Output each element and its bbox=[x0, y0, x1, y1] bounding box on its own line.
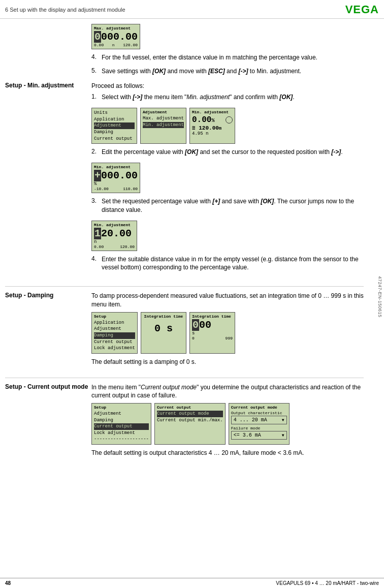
dist-cursor: 1 bbox=[94, 228, 101, 239]
damping-content: To damp process-dependent measured value… bbox=[91, 292, 364, 369]
min-adj-pct: 0.00% bbox=[192, 115, 221, 125]
menu-damping: Damping bbox=[94, 129, 135, 136]
separator-2 bbox=[5, 378, 364, 378]
min-adj-dist-screen: Min. adjustment 120.00 n 0.00 120.00 bbox=[91, 221, 137, 251]
current-mode-screen: Current output mode Output characteristi… bbox=[229, 403, 290, 445]
int-cursor: 0 bbox=[192, 319, 199, 331]
page-content: Max. adjustment 0000.00 0.00 n 120.00 4.… bbox=[0, 19, 384, 479]
edit-number: 000.00 bbox=[101, 170, 138, 181]
min-adj-content: Proceed as follows: 1. Select with [->] … bbox=[91, 82, 364, 278]
c-output-dropdown[interactable]: 4 ... 20 mA ▼ bbox=[231, 416, 287, 424]
max-adj-lcd: Max. adjustment 0000.00 0.00 n 120.00 bbox=[91, 24, 140, 49]
step1-text: Select with [->] the menu item "Min. adj… bbox=[102, 93, 295, 102]
min-adj-values: 0.00% ≅ 120.00m 4.95 n bbox=[192, 115, 233, 136]
d-application: Application bbox=[94, 320, 135, 326]
min-adj-label-col: Setup - Min. adjustment bbox=[5, 82, 91, 278]
edit-unit: % bbox=[94, 181, 138, 187]
header-title: 6 Set up with the display and adjustment… bbox=[5, 7, 125, 13]
min-adj-title: Min. adjustment bbox=[192, 110, 233, 114]
step3-num: 3. bbox=[91, 197, 100, 218]
damping-setup-menu: Setup Application Adjustment Damping Cur… bbox=[91, 312, 138, 354]
step5-text: Save settings with [OK] and move with [E… bbox=[102, 67, 301, 76]
lcd-number: 000.00 bbox=[101, 31, 138, 43]
damping-text: To damp process-dependent measured value… bbox=[91, 292, 364, 309]
step1-ok: [OK] bbox=[279, 94, 293, 101]
plus-cursor: + bbox=[94, 170, 101, 181]
lcd-value: 0000.00 bbox=[94, 32, 138, 43]
dist-number: 20.00 bbox=[101, 228, 132, 239]
current-screens: Setup Adjustment Damping Current output … bbox=[91, 403, 364, 445]
page-header: 6 Set up with the display and adjustment… bbox=[0, 0, 384, 19]
dist-title: Min. adjustment bbox=[94, 223, 135, 227]
damping-label-col: Setup - Damping bbox=[5, 292, 91, 369]
current-mode-italic: Current output mode bbox=[141, 384, 197, 391]
current-output-submenu: Current output Current output mode Curre… bbox=[154, 403, 226, 445]
c-divider: -------------------- bbox=[94, 436, 149, 443]
menu-units: Units bbox=[94, 110, 135, 116]
step3-text: Set the requested percentage value with … bbox=[102, 197, 364, 214]
dist-row-left: 0.00 bbox=[94, 244, 104, 249]
damping-row: Setup - Damping To damp process-dependen… bbox=[5, 292, 364, 369]
current-output-label: Setup - Current output mode bbox=[5, 383, 91, 390]
adj-submenu-title: Adjustment bbox=[143, 110, 184, 114]
current-output-content: In the menu item "Current output mode" y… bbox=[91, 383, 364, 460]
adj-min: Min. adjustment bbox=[143, 122, 184, 129]
int-number: 00 bbox=[199, 319, 211, 331]
cursor-char: 0 bbox=[94, 31, 101, 43]
int-value: 0 s bbox=[143, 323, 184, 334]
step1-num: 1. bbox=[91, 93, 100, 105]
edit-row-right: 110.00 bbox=[123, 187, 138, 191]
min-adjustment-section: Setup - Min. adjustment Proceed as follo… bbox=[5, 82, 364, 278]
current-setup-menu: Setup Adjustment Damping Current output … bbox=[91, 403, 151, 445]
min-adj-edit-screen: Min. adjustment +000.00 % -10.00 110.00 bbox=[91, 163, 140, 193]
footer-product-text: VEGAPULS 69 • 4 … 20 mA/HART - two-wire bbox=[276, 580, 379, 586]
current-default-text: The default setting is output characteri… bbox=[91, 449, 364, 457]
damping-default-text: The default setting is a damping of 0 s. bbox=[91, 358, 364, 366]
int-edit-title: Integration time bbox=[192, 314, 233, 319]
row-left: 0.00 bbox=[94, 43, 104, 47]
int-row-left: 0 bbox=[192, 336, 195, 341]
lcd-title: Max. adjustment bbox=[94, 26, 138, 30]
min-adj-n: 4.95 n bbox=[192, 131, 221, 136]
current-output-text: In the menu item "Current output mode" y… bbox=[91, 383, 364, 400]
damping-section-label: Setup - Damping bbox=[5, 292, 91, 299]
c-setup-title: Setup bbox=[94, 405, 149, 410]
edit-small-row: -10.00 110.00 bbox=[94, 187, 138, 191]
edit-row-left: -10.00 bbox=[94, 187, 109, 191]
step5-container: 5. Save settings with [OK] and move with… bbox=[91, 67, 364, 79]
damping-setup-title: Setup bbox=[94, 314, 135, 319]
min-step3: 3. Set the requested percentage value wi… bbox=[91, 197, 364, 218]
footer-page-number: 48 bbox=[5, 580, 11, 586]
d-lock: Lock adjustment bbox=[94, 345, 135, 352]
steps-4-5: 4. For the full vessel, enter the distan… bbox=[91, 53, 364, 79]
step4-num: 4. bbox=[91, 53, 100, 65]
min-step4-text: Enter the suitable distance value in m f… bbox=[102, 255, 364, 272]
row-right: 120.00 bbox=[123, 43, 138, 47]
step2-arrow: [->] bbox=[331, 148, 341, 156]
min-adj-display: Min. adjustment 0.00% ≅ 120.00m 4.95 n bbox=[189, 108, 235, 144]
min-adj-dist-screen-wrap: Min. adjustment 120.00 n 0.00 120.00 bbox=[91, 221, 364, 251]
menu-current-output: Current output bbox=[94, 136, 135, 142]
separator-1 bbox=[5, 286, 364, 287]
min-adj-row: Setup - Min. adjustment Proceed as follo… bbox=[5, 82, 364, 278]
step5-ok: [OK] bbox=[152, 68, 166, 75]
step1-arrow: [->] bbox=[133, 94, 142, 101]
min-step1: 1. Select with [->] the menu item "Min. … bbox=[91, 93, 364, 105]
min-edit-value: +000.00 bbox=[94, 170, 138, 181]
step5-num: 5. bbox=[91, 67, 100, 79]
min-step2: 2. Edit the percentage value with [OK] a… bbox=[91, 148, 364, 160]
d-adjustment: Adjustment bbox=[94, 326, 135, 332]
screens-row-1: Units Application Adjustment Damping Cur… bbox=[91, 108, 364, 144]
current-output-label-col: Setup - Current output mode bbox=[5, 383, 91, 460]
min-adj-val-col: 0.00% ≅ 120.00m 4.95 n bbox=[192, 115, 221, 136]
step4-container: 4. For the full vessel, enter the distan… bbox=[91, 53, 364, 65]
c-failure-dropdown[interactable]: <= 3.6 mA ▼ bbox=[231, 431, 287, 440]
c-output-mode: Current output mode bbox=[157, 411, 223, 417]
int-time-edit: Integration time 000 s 0 999 bbox=[189, 312, 235, 354]
damping-screens: Setup Application Adjustment Damping Cur… bbox=[91, 312, 364, 354]
c-adjustment: Adjustment bbox=[94, 411, 149, 417]
lcd-small-row: 0.00 n 120.00 bbox=[94, 43, 138, 47]
step3-plus: [+] bbox=[212, 198, 220, 205]
page-footer: 48 VEGAPULS 69 • 4 … 20 mA/HART - two-wi… bbox=[0, 578, 384, 588]
menu-application: Application bbox=[94, 116, 135, 123]
